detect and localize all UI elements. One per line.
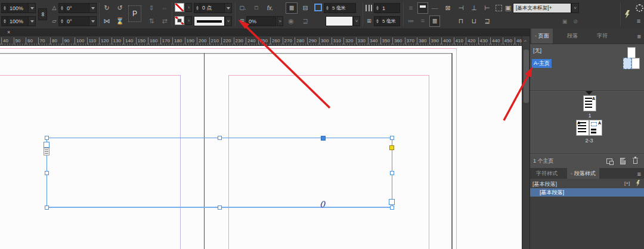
swatch-preview-dropdown[interactable]: [326, 16, 353, 26]
rotation-angle-value[interactable]: 0°: [65, 5, 74, 11]
constrain-scale-link-icon[interactable]: ∞: [38, 8, 47, 20]
spinner-icon[interactable]: [374, 17, 380, 26]
fill-swatch-none[interactable]: [175, 3, 184, 12]
align-vcenter-icon[interactable]: ⊔: [469, 16, 479, 26]
align-bottom-icon[interactable]: ⊒: [482, 16, 493, 26]
opacity-value[interactable]: 0%: [247, 18, 258, 24]
frame-handle[interactable]: [390, 136, 394, 140]
tab-paragraph[interactable]: 段落: [564, 29, 581, 43]
spinner-icon[interactable]: [2, 4, 8, 13]
frame-handle[interactable]: [218, 206, 222, 210]
frame-handle[interactable]: [390, 171, 394, 175]
tab-pages[interactable]: ◦页面: [531, 29, 553, 43]
master-none-row[interactable]: [无]: [533, 47, 541, 55]
shear-angle-value[interactable]: 0°: [65, 18, 74, 24]
wrap-bounding-box-icon[interactable]: ⊟: [300, 3, 311, 13]
distribute-horizontal-icon[interactable]: ⇔: [159, 3, 170, 13]
spread-2-3-label[interactable]: 2-3: [576, 138, 602, 144]
baseline-options-icon[interactable]: ≔: [405, 16, 416, 26]
columns-value[interactable]: 1: [380, 5, 387, 11]
edit-page-size-icon[interactable]: [606, 158, 612, 164]
frame-handle[interactable]: [390, 206, 394, 210]
spinner-icon[interactable]: [59, 4, 65, 13]
text-in-port[interactable]: [44, 142, 49, 148]
frame-handle[interactable]: [45, 206, 49, 210]
panel-settings-icon[interactable]: [636, 4, 643, 12]
stroke-weight-value[interactable]: 0 点: [200, 4, 214, 12]
panel-menu-icon[interactable]: ≡: [637, 170, 641, 178]
vjustify-top-lines-icon[interactable]: ≡: [405, 3, 416, 13]
object-style-dropdown-arrow[interactable]: ˅: [571, 3, 579, 13]
align-to-selection-icon[interactable]: [496, 5, 502, 11]
close-icon[interactable]: ×: [7, 29, 10, 36]
frame-grid-icon[interactable]: ⊠: [442, 3, 453, 13]
corner-editor-yellow-handle[interactable]: [389, 145, 394, 150]
tab-paragraph-styles[interactable]: ◦段落样式: [567, 168, 599, 179]
text-out-port[interactable]: [389, 199, 395, 205]
distribute-vertical-icon[interactable]: ⇕: [146, 3, 157, 13]
spinner-icon[interactable]: [324, 4, 330, 13]
effects-icon[interactable]: fx.: [265, 3, 275, 13]
rotation-angle-field[interactable]: 0°: [58, 3, 97, 13]
gutter-field[interactable]: 5 毫米: [374, 16, 400, 26]
reference-point-proxy[interactable]: P: [128, 5, 141, 22]
master-a-spread-left[interactable]: [623, 58, 631, 69]
chevron-down-icon[interactable]: [89, 4, 96, 13]
space-horizontal-icon[interactable]: ⇄: [159, 16, 170, 26]
scale-y-value[interactable]: 100%: [8, 18, 25, 24]
frame-handle[interactable]: [218, 136, 222, 140]
style-row-basic-paragraph[interactable]: [基本段落]: [530, 188, 644, 197]
frame-handle[interactable]: [45, 171, 49, 175]
spinner-icon[interactable]: [374, 4, 380, 13]
corner-shape-icon[interactable]: □: [251, 3, 262, 13]
master-a-spread-right[interactable]: [631, 58, 640, 69]
wrap-none-icon[interactable]: ≣: [286, 2, 298, 14]
page-3-thumbnail[interactable]: A: [589, 120, 602, 136]
chevron-down-icon[interactable]: [28, 17, 35, 26]
master-a-row[interactable]: A-主页: [532, 59, 552, 68]
scrollbar-thumb[interactable]: [524, 49, 529, 103]
quick-apply-icon[interactable]: [625, 10, 630, 18]
chevron-down-icon[interactable]: [224, 4, 231, 13]
master-none-thumbnail[interactable]: [627, 47, 636, 58]
chevron-down-icon[interactable]: [28, 4, 35, 13]
fill-more-button[interactable]: ›: [185, 3, 192, 12]
scroll-up-icon[interactable]: ^: [524, 39, 527, 44]
align-top-icon[interactable]: ⊓: [456, 16, 466, 26]
stroke-style-dropdown[interactable]: ˅: [225, 16, 232, 26]
flip-vertical-icon[interactable]: ⌛: [114, 16, 125, 26]
spinner-icon[interactable]: [59, 17, 65, 26]
spinner-icon[interactable]: [2, 17, 8, 26]
ruler[interactable]: 4050607080901001101201301401501601701801…: [0, 36, 522, 46]
align-right-icon[interactable]: ⊢: [482, 3, 493, 13]
scale-x-value[interactable]: 100%: [8, 5, 25, 11]
fit-margin-field[interactable]: 5 毫米: [324, 3, 356, 13]
swatch-dropdown-arrow[interactable]: ˅: [353, 16, 360, 26]
quick-apply-icon[interactable]: [636, 180, 640, 186]
page-2-thumbnail[interactable]: A: [576, 120, 589, 136]
flip-horizontal-icon[interactable]: ⋈: [101, 16, 112, 26]
auto-fit-icon[interactable]: [314, 4, 322, 11]
rotate-ccw-icon[interactable]: ↺: [114, 3, 125, 13]
break-link-style-icon[interactable]: ⊘: [570, 17, 581, 27]
new-style-icon[interactable]: [+]: [624, 180, 630, 186]
delete-page-icon[interactable]: [633, 157, 638, 164]
stroke-more-button[interactable]: ›: [185, 16, 192, 25]
stroke-style-preview[interactable]: [194, 16, 225, 26]
scale-y-field[interactable]: 100%: [1, 16, 36, 26]
opacity-more-button[interactable]: >: [277, 16, 283, 26]
baseline-shift-icon[interactable]: =: [417, 16, 428, 26]
object-style-dropdown[interactable]: [基本文本框架]+: [513, 3, 571, 13]
wrap-jump-icon[interactable]: ⊒: [300, 16, 311, 26]
fit-margin-value[interactable]: 5 毫米: [330, 5, 348, 11]
scale-x-field[interactable]: 100%: [1, 3, 36, 13]
tab-character[interactable]: 字符: [593, 29, 611, 43]
document-canvas[interactable]: 0: [0, 45, 522, 249]
frame-handle[interactable]: [45, 136, 49, 140]
stroke-swatch-none[interactable]: [175, 16, 184, 25]
corner-options-icon[interactable]: ▢.: [237, 3, 248, 13]
panel-menu-icon[interactable]: ≡: [637, 33, 641, 40]
align-hcenter-icon[interactable]: ⊥: [469, 3, 479, 13]
columns-field[interactable]: 1: [374, 3, 400, 13]
vjustify-center-icon[interactable]: [417, 2, 428, 14]
